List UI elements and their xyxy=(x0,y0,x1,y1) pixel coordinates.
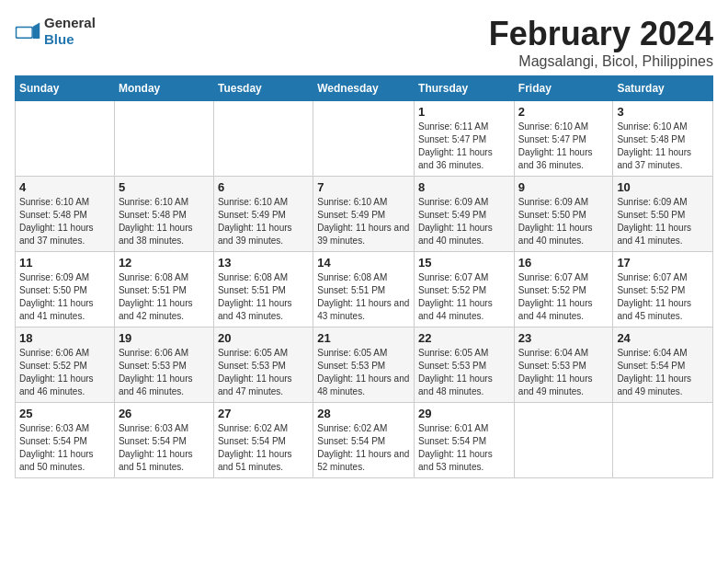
weekday-header-monday: Monday xyxy=(114,76,213,101)
svg-rect-2 xyxy=(17,28,31,37)
day-detail: Sunrise: 6:05 AMSunset: 5:53 PMDaylight:… xyxy=(317,347,410,398)
day-number: 8 xyxy=(418,180,510,194)
calendar-cell: 29Sunrise: 6:01 AMSunset: 5:54 PMDayligh… xyxy=(415,403,515,478)
day-detail: Sunrise: 6:07 AMSunset: 5:52 PMDaylight:… xyxy=(617,271,709,323)
day-number: 11 xyxy=(19,256,110,270)
logo-icon xyxy=(15,21,40,41)
calendar-cell: 22Sunrise: 6:05 AMSunset: 5:53 PMDayligh… xyxy=(415,327,515,403)
day-detail: Sunrise: 6:07 AMSunset: 5:52 PMDaylight:… xyxy=(418,271,510,323)
calendar-cell: 19Sunrise: 6:06 AMSunset: 5:53 PMDayligh… xyxy=(114,327,213,403)
weekday-header-thursday: Thursday xyxy=(415,76,515,101)
calendar-cell: 6Sunrise: 6:10 AMSunset: 5:49 PMDaylight… xyxy=(213,177,313,252)
day-detail: Sunrise: 6:01 AMSunset: 5:54 PMDaylight:… xyxy=(418,422,510,474)
day-detail: Sunrise: 6:07 AMSunset: 5:52 PMDaylight:… xyxy=(518,271,609,323)
calendar-cell: 26Sunrise: 6:03 AMSunset: 5:54 PMDayligh… xyxy=(114,403,213,478)
weekday-header-wednesday: Wednesday xyxy=(313,76,415,101)
calendar-subtitle: Magsalangi, Bicol, Philippines xyxy=(489,53,713,70)
week-row-4: 18Sunrise: 6:06 AMSunset: 5:52 PMDayligh… xyxy=(16,327,713,403)
weekday-header-row: SundayMondayTuesdayWednesdayThursdayFrid… xyxy=(16,76,713,101)
day-number: 16 xyxy=(518,256,609,270)
day-detail: Sunrise: 6:06 AMSunset: 5:53 PMDaylight:… xyxy=(119,347,210,398)
calendar-cell: 13Sunrise: 6:08 AMSunset: 5:51 PMDayligh… xyxy=(213,252,313,327)
day-number: 26 xyxy=(119,407,210,420)
calendar-cell: 15Sunrise: 6:07 AMSunset: 5:52 PMDayligh… xyxy=(415,252,515,327)
day-number: 7 xyxy=(317,180,410,194)
day-number: 22 xyxy=(418,331,510,345)
day-number: 12 xyxy=(119,256,210,270)
day-number: 15 xyxy=(418,256,510,270)
calendar-cell xyxy=(16,101,115,177)
title-area: February 2024 Magsalangi, Bicol, Philipp… xyxy=(489,15,713,70)
day-number: 18 xyxy=(19,331,110,345)
calendar-cell xyxy=(313,101,415,177)
day-number: 4 xyxy=(19,180,110,194)
day-number: 2 xyxy=(518,105,609,119)
day-detail: Sunrise: 6:10 AMSunset: 5:48 PMDaylight:… xyxy=(119,196,210,247)
day-detail: Sunrise: 6:08 AMSunset: 5:51 PMDaylight:… xyxy=(317,271,410,323)
day-detail: Sunrise: 6:09 AMSunset: 5:50 PMDaylight:… xyxy=(518,196,609,247)
week-row-2: 4Sunrise: 6:10 AMSunset: 5:48 PMDaylight… xyxy=(16,177,713,252)
day-number: 29 xyxy=(418,407,510,420)
logo-text: General Blue xyxy=(44,15,96,48)
logo: General Blue xyxy=(15,15,96,48)
day-detail: Sunrise: 6:04 AMSunset: 5:54 PMDaylight:… xyxy=(617,347,709,398)
calendar-cell: 21Sunrise: 6:05 AMSunset: 5:53 PMDayligh… xyxy=(313,327,415,403)
day-number: 10 xyxy=(617,180,709,194)
calendar-cell xyxy=(114,101,213,177)
calendar-cell: 2Sunrise: 6:10 AMSunset: 5:47 PMDaylight… xyxy=(514,101,613,177)
day-number: 19 xyxy=(119,331,210,345)
day-number: 9 xyxy=(518,180,609,194)
weekday-header-tuesday: Tuesday xyxy=(213,76,313,101)
day-number: 17 xyxy=(617,256,709,270)
day-detail: Sunrise: 6:06 AMSunset: 5:52 PMDaylight:… xyxy=(19,347,110,398)
day-detail: Sunrise: 6:10 AMSunset: 5:49 PMDaylight:… xyxy=(218,196,309,247)
day-detail: Sunrise: 6:08 AMSunset: 5:51 PMDaylight:… xyxy=(119,271,210,323)
calendar-cell: 27Sunrise: 6:02 AMSunset: 5:54 PMDayligh… xyxy=(213,403,313,478)
calendar-cell: 14Sunrise: 6:08 AMSunset: 5:51 PMDayligh… xyxy=(313,252,415,327)
day-number: 1 xyxy=(418,105,510,119)
calendar-cell xyxy=(213,101,313,177)
calendar-cell: 17Sunrise: 6:07 AMSunset: 5:52 PMDayligh… xyxy=(613,252,713,327)
calendar-cell: 1Sunrise: 6:11 AMSunset: 5:47 PMDaylight… xyxy=(415,101,515,177)
day-detail: Sunrise: 6:09 AMSunset: 5:49 PMDaylight:… xyxy=(418,196,510,247)
day-detail: Sunrise: 6:03 AMSunset: 5:54 PMDaylight:… xyxy=(19,422,110,474)
calendar-cell: 3Sunrise: 6:10 AMSunset: 5:48 PMDaylight… xyxy=(613,101,713,177)
day-detail: Sunrise: 6:05 AMSunset: 5:53 PMDaylight:… xyxy=(218,347,309,398)
day-number: 23 xyxy=(518,331,609,345)
calendar-cell: 11Sunrise: 6:09 AMSunset: 5:50 PMDayligh… xyxy=(16,252,115,327)
svg-marker-1 xyxy=(33,22,40,39)
calendar-cell: 10Sunrise: 6:09 AMSunset: 5:50 PMDayligh… xyxy=(613,177,713,252)
day-number: 27 xyxy=(218,407,309,420)
calendar-cell: 18Sunrise: 6:06 AMSunset: 5:52 PMDayligh… xyxy=(16,327,115,403)
day-detail: Sunrise: 6:04 AMSunset: 5:53 PMDaylight:… xyxy=(518,347,609,398)
day-detail: Sunrise: 6:11 AMSunset: 5:47 PMDaylight:… xyxy=(418,121,510,172)
day-detail: Sunrise: 6:10 AMSunset: 5:47 PMDaylight:… xyxy=(518,121,609,172)
calendar-cell: 12Sunrise: 6:08 AMSunset: 5:51 PMDayligh… xyxy=(114,252,213,327)
calendar-cell: 24Sunrise: 6:04 AMSunset: 5:54 PMDayligh… xyxy=(613,327,713,403)
weekday-header-saturday: Saturday xyxy=(613,76,713,101)
weekday-header-sunday: Sunday xyxy=(16,76,115,101)
calendar-cell: 28Sunrise: 6:02 AMSunset: 5:54 PMDayligh… xyxy=(313,403,415,478)
day-detail: Sunrise: 6:10 AMSunset: 5:48 PMDaylight:… xyxy=(19,196,110,247)
day-number: 14 xyxy=(317,256,410,270)
day-number: 3 xyxy=(617,105,709,119)
day-number: 20 xyxy=(218,331,309,345)
calendar-cell xyxy=(613,403,713,478)
day-detail: Sunrise: 6:08 AMSunset: 5:51 PMDaylight:… xyxy=(218,271,309,323)
day-detail: Sunrise: 6:03 AMSunset: 5:54 PMDaylight:… xyxy=(119,422,210,474)
day-number: 5 xyxy=(119,180,210,194)
calendar-cell: 7Sunrise: 6:10 AMSunset: 5:49 PMDaylight… xyxy=(313,177,415,252)
day-detail: Sunrise: 6:10 AMSunset: 5:49 PMDaylight:… xyxy=(317,196,410,247)
week-row-1: 1Sunrise: 6:11 AMSunset: 5:47 PMDaylight… xyxy=(16,101,713,177)
calendar-cell: 23Sunrise: 6:04 AMSunset: 5:53 PMDayligh… xyxy=(514,327,613,403)
calendar-table: SundayMondayTuesdayWednesdayThursdayFrid… xyxy=(15,75,713,478)
day-number: 28 xyxy=(317,407,410,420)
day-number: 24 xyxy=(617,331,709,345)
day-detail: Sunrise: 6:02 AMSunset: 5:54 PMDaylight:… xyxy=(317,422,410,474)
weekday-header-friday: Friday xyxy=(514,76,613,101)
week-row-3: 11Sunrise: 6:09 AMSunset: 5:50 PMDayligh… xyxy=(16,252,713,327)
day-number: 21 xyxy=(317,331,410,345)
day-detail: Sunrise: 6:09 AMSunset: 5:50 PMDaylight:… xyxy=(617,196,709,247)
calendar-title: February 2024 xyxy=(489,15,713,53)
day-number: 6 xyxy=(218,180,309,194)
